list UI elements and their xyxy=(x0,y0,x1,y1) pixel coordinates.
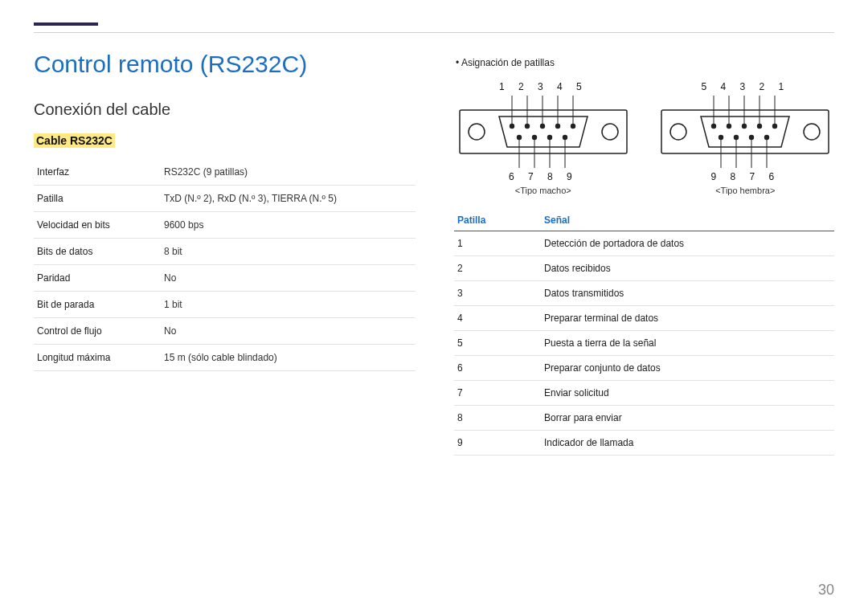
signal-name: Datos recibidos xyxy=(541,256,834,281)
header-accent-bar xyxy=(34,22,98,26)
section-heading: Conexión del cable xyxy=(34,100,416,119)
svg-point-1 xyxy=(469,124,485,140)
signal-pin: 1 xyxy=(454,231,541,256)
table-row: 2Datos recibidos xyxy=(454,256,834,281)
spec-table: InterfazRS232C (9 patillas) PatillaTxD (… xyxy=(34,159,416,371)
svg-point-25 xyxy=(727,124,731,129)
pin-numbers-top: 5 4 3 2 1 xyxy=(657,81,835,92)
svg-point-31 xyxy=(749,135,754,140)
spec-value: TxD (N.º 2), RxD (N.º 3), TIERRA (N.º 5) xyxy=(161,186,416,212)
spec-key: Bit de parada xyxy=(34,292,161,318)
left-column: Control remoto (RS232C) Conexión del cab… xyxy=(34,51,416,456)
svg-point-11 xyxy=(563,135,567,140)
signal-table: Patilla Señal 1Detección de portadora de… xyxy=(454,210,834,456)
pin-numbers-top: 1 2 3 4 5 xyxy=(454,81,633,92)
connector-diagrams: 1 2 3 4 5 xyxy=(454,80,834,195)
svg-point-9 xyxy=(532,135,537,140)
signal-name: Preparar terminal de datos xyxy=(541,306,834,331)
svg-point-28 xyxy=(772,124,777,129)
signal-name: Borrar para enviar xyxy=(541,406,834,431)
db9-male-icon xyxy=(459,96,628,168)
page-title: Control remoto (RS232C) xyxy=(34,51,416,78)
table-row: 4Preparar terminal de datos xyxy=(454,306,834,331)
bullet-assignment: Asignación de patillas xyxy=(456,57,834,68)
spec-key: Bits de datos xyxy=(34,239,161,265)
table-row: 9Indicador de llamada xyxy=(454,431,834,456)
svg-point-5 xyxy=(540,124,545,129)
connector-male: 1 2 3 4 5 xyxy=(454,80,633,195)
svg-point-26 xyxy=(742,124,747,129)
svg-point-4 xyxy=(525,124,530,129)
signal-pin: 5 xyxy=(454,331,541,356)
table-row: 1Detección de portadora de datos xyxy=(454,231,834,256)
spec-value: 1 bit xyxy=(161,292,416,318)
spec-value: 8 bit xyxy=(161,239,416,265)
table-row: Velocidad en bits9600 bps xyxy=(34,212,416,239)
table-row: Bit de parada1 bit xyxy=(34,292,416,318)
spec-value: No xyxy=(161,265,416,292)
table-row: InterfazRS232C (9 patillas) xyxy=(34,159,416,186)
spec-value: RS232C (9 patillas) xyxy=(161,159,416,186)
spec-value: 9600 bps xyxy=(161,212,416,239)
svg-point-27 xyxy=(757,124,762,129)
spec-key: Control de flujo xyxy=(34,318,161,345)
svg-point-2 xyxy=(602,124,618,140)
svg-point-10 xyxy=(547,135,552,140)
table-row: 6Preparar conjunto de datos xyxy=(454,356,834,381)
table-row: Longitud máxima15 m (sólo cable blindado… xyxy=(34,345,416,371)
svg-point-7 xyxy=(571,124,575,129)
db9-female-icon xyxy=(661,96,829,168)
spec-key: Velocidad en bits xyxy=(34,212,161,239)
svg-point-3 xyxy=(510,124,514,129)
signal-header-pin: Patilla xyxy=(454,210,541,231)
table-row: PatillaTxD (N.º 2), RxD (N.º 3), TIERRA … xyxy=(34,186,416,212)
table-row: ParidadNo xyxy=(34,265,416,292)
signal-name: Puesta a tierra de la señal xyxy=(541,331,834,356)
subsection-heading: Cable RS232C xyxy=(34,133,115,148)
signal-name: Detección de portadora de datos xyxy=(541,231,834,256)
header-rule xyxy=(34,32,834,33)
table-row: Control de flujoNo xyxy=(34,318,416,345)
table-row: Bits de datos8 bit xyxy=(34,239,416,265)
right-column: Asignación de patillas 1 2 3 4 5 xyxy=(454,51,834,456)
signal-pin: 4 xyxy=(454,306,541,331)
signal-pin: 7 xyxy=(454,381,541,406)
spec-key: Paridad xyxy=(34,265,161,292)
svg-point-23 xyxy=(804,124,820,140)
signal-pin: 3 xyxy=(454,281,541,306)
table-row: 5Puesta a tierra de la señal xyxy=(454,331,834,356)
signal-pin: 6 xyxy=(454,356,541,381)
signal-pin: 8 xyxy=(454,406,541,431)
table-row: 3Datos transmitidos xyxy=(454,281,834,306)
pin-numbers-bottom: 9 8 7 6 xyxy=(657,171,835,182)
pin-numbers-bottom: 6 7 8 9 xyxy=(454,171,633,182)
svg-point-29 xyxy=(719,135,723,140)
spec-key: Longitud máxima xyxy=(34,345,161,371)
signal-pin: 2 xyxy=(454,256,541,281)
svg-point-8 xyxy=(517,135,522,140)
spec-key: Patilla xyxy=(34,186,161,212)
signal-name: Preparar conjunto de datos xyxy=(541,356,834,381)
svg-point-22 xyxy=(670,124,686,140)
connector-caption: <Tipo macho> xyxy=(454,186,633,195)
svg-point-6 xyxy=(555,124,560,129)
signal-name: Datos transmitidos xyxy=(541,281,834,306)
signal-name: Enviar solicitud xyxy=(541,381,834,406)
page-number: 30 xyxy=(818,582,834,599)
signal-pin: 9 xyxy=(454,431,541,456)
spec-value: 15 m (sólo cable blindado) xyxy=(161,345,416,371)
table-row: 8Borrar para enviar xyxy=(454,406,834,431)
svg-point-24 xyxy=(711,124,716,129)
signal-name: Indicador de llamada xyxy=(541,431,834,456)
connector-female: 5 4 3 2 1 9 8 7 6 <Tipo hembra> xyxy=(657,80,835,195)
spec-value: No xyxy=(161,318,416,345)
table-row: 7Enviar solicitud xyxy=(454,381,834,406)
spec-key: Interfaz xyxy=(34,159,161,186)
connector-caption: <Tipo hembra> xyxy=(657,186,835,195)
svg-point-32 xyxy=(764,135,769,140)
svg-point-30 xyxy=(734,135,739,140)
signal-header-sig: Señal xyxy=(541,210,834,231)
